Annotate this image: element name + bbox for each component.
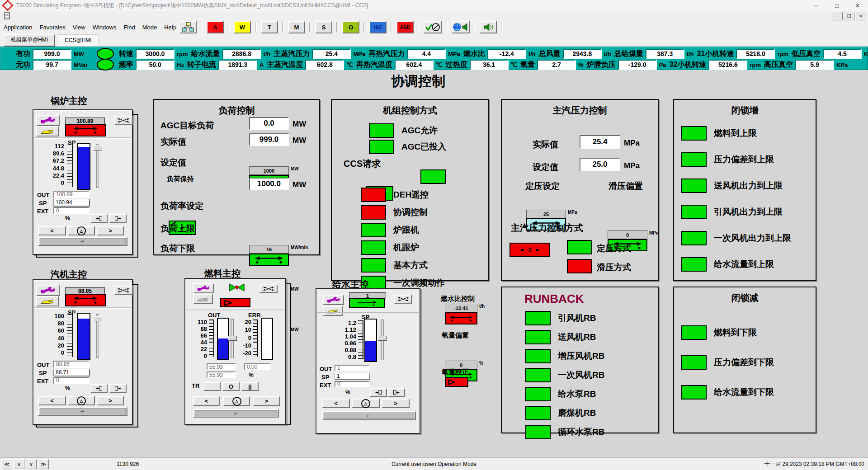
menu-item[interactable]: Favoraies	[36, 23, 69, 32]
crossed-arrows-button[interactable]	[394, 295, 412, 304]
station-setter-bar[interactable]	[349, 298, 385, 308]
scale-ticks: 1.21.121.040.960.880.8	[335, 320, 356, 359]
fuel-action-button[interactable]	[220, 298, 250, 307]
setter-body[interactable]	[249, 254, 289, 266]
slider-handle[interactable]	[378, 336, 387, 341]
ack-check-button[interactable]	[424, 21, 442, 33]
arrow-out-button[interactable]	[388, 388, 405, 397]
pressure-mode-selector[interactable]: 2	[509, 243, 550, 257]
tr-o-button[interactable]: O	[222, 382, 240, 391]
decrease-button[interactable]: <	[322, 399, 350, 408]
arrow-out-button[interactable]	[109, 384, 127, 393]
agc-target-field[interactable]: 0.0	[249, 117, 289, 130]
toolbar-letter-button[interactable]: A	[207, 21, 224, 33]
fuel-water-ratio-setter[interactable]: -12.41 t/h	[445, 304, 477, 324]
manual-hand-button-disabled[interactable]	[193, 294, 213, 304]
lock-item: 引风机出力到上限	[681, 205, 791, 219]
close-button[interactable]: ✕	[847, 0, 868, 11]
toolbar-letter-button[interactable]: W	[234, 21, 251, 33]
child-close-button[interactable]: ✕	[855, 12, 866, 20]
tune-button[interactable]	[36, 285, 60, 296]
toolbar-letter-button[interactable]: S	[315, 21, 332, 33]
load-rate-setter[interactable]: 16 MW/min	[249, 245, 289, 266]
tune-button[interactable]	[193, 283, 214, 293]
toolbar-letter-button[interactable]: O	[342, 21, 359, 33]
tab-unit-menu[interactable]: 机组菜单@HMI	[4, 34, 55, 47]
manual-hand-button[interactable]	[323, 306, 343, 316]
toolbar-letter-button[interactable]: M	[288, 21, 305, 33]
arrow-in-button[interactable]	[370, 388, 387, 397]
decrease-button[interactable]: <	[38, 226, 66, 235]
o2-bias-label: 氧量偏置	[442, 331, 469, 340]
arrow-out-button[interactable]	[109, 214, 127, 223]
ma-station-bar[interactable]	[65, 294, 106, 306]
slider-handle[interactable]	[93, 146, 102, 150]
crossed-arrows-button[interactable]	[114, 286, 133, 295]
pressure-set-field[interactable]: 25.0	[580, 158, 620, 171]
toolbar-letter-button[interactable]: I&C	[369, 21, 387, 33]
slider-handle[interactable]	[228, 336, 237, 341]
menu-item[interactable]: Windows	[89, 23, 120, 32]
status-lamp	[97, 59, 114, 70]
manual-hand-button[interactable]	[36, 296, 59, 306]
menu-item[interactable]: Find	[120, 23, 138, 32]
enter-bar[interactable]: ↵	[193, 409, 279, 418]
tune-button[interactable]	[323, 295, 344, 305]
tick-label: 100	[54, 313, 64, 320]
unit-label: MW	[292, 180, 306, 189]
auto-button[interactable]: △	[352, 399, 380, 408]
auto-button[interactable]: △	[68, 396, 95, 405]
runback-label: 增压风机RB	[558, 350, 604, 362]
increase-button[interactable]: >	[97, 226, 124, 235]
child-restore-button[interactable]: ❐	[844, 12, 854, 20]
toolbar-letter-button[interactable]: ASD	[396, 21, 414, 33]
strip-value: 25.4	[312, 49, 351, 59]
enter-bar[interactable]: ↵	[322, 411, 416, 420]
increase-button[interactable]: >	[97, 396, 124, 405]
enter-bar[interactable]: ↵	[38, 237, 127, 246]
tr-blank-button[interactable]	[203, 382, 221, 391]
sound-button[interactable]	[480, 21, 497, 33]
toolbar-letter-button[interactable]: T	[261, 21, 278, 33]
tr-pause-button[interactable]: ||	[241, 382, 259, 391]
slider-handle[interactable]	[93, 316, 102, 321]
tune-button[interactable]	[36, 115, 60, 126]
auto-button[interactable]: △	[68, 226, 95, 235]
auto-button[interactable]: △	[223, 396, 250, 406]
lock-item: 燃料到上限	[681, 126, 791, 141]
strip-value: 2.7	[537, 60, 576, 70]
ext-field: 0	[53, 377, 90, 384]
o2-correction-button[interactable]	[445, 377, 468, 387]
sp-field[interactable]: 100.94	[53, 199, 90, 206]
manual-hand-button[interactable]	[36, 126, 59, 136]
menu-item[interactable]: Mode	[139, 23, 161, 32]
child-minimize-button[interactable]: ─	[832, 12, 843, 20]
arrow-in-button[interactable]	[90, 214, 108, 223]
tick-label: 10	[245, 326, 251, 333]
increase-button[interactable]: >	[253, 396, 280, 406]
global-sound-button[interactable]	[452, 21, 470, 33]
decrease-button[interactable]: <	[193, 396, 220, 406]
tab-ccs[interactable]: CCS@HMI	[58, 34, 99, 46]
lock-label: 引风机出力到上限	[714, 206, 783, 218]
crossed-arrows-button[interactable]	[114, 116, 133, 125]
setter-body[interactable]	[445, 312, 477, 324]
decrease-button[interactable]: <	[38, 396, 66, 405]
fuel-sp-field[interactable]: 55.93	[207, 371, 236, 378]
menu-item[interactable]: View	[69, 23, 89, 32]
arrow-in-button[interactable]	[90, 384, 108, 393]
enter-bar[interactable]: ↵	[38, 407, 127, 416]
increase-button[interactable]: >	[382, 399, 410, 408]
strip-unit: MW	[74, 51, 92, 57]
crossed-arrows-button[interactable]	[259, 284, 278, 293]
minimize-button[interactable]: ─	[806, 0, 826, 11]
menu-item[interactable]: Application	[0, 23, 36, 32]
sp-field[interactable]: 1	[335, 373, 370, 379]
hierarchy-icon[interactable]	[179, 21, 197, 33]
ma-station-bar[interactable]	[65, 124, 106, 136]
load-hold-field[interactable]: 1000.0	[249, 178, 289, 190]
maximize-button[interactable]: □	[826, 0, 847, 11]
runback-title: RUNBACK	[524, 292, 584, 306]
sp-field[interactable]: 88.71	[53, 369, 90, 376]
document-icon[interactable]	[4, 12, 11, 20]
